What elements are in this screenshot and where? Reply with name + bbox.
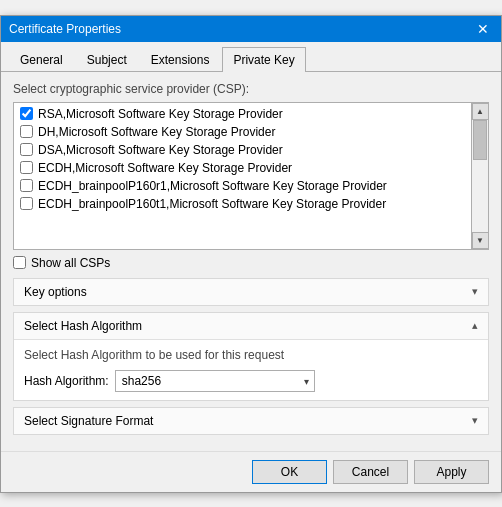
csp-checkbox-4[interactable] bbox=[20, 179, 33, 192]
hash-label: Hash Algorithm: bbox=[24, 374, 109, 388]
hash-row: Hash Algorithm: sha256 sha1 sha384 sha51… bbox=[24, 370, 478, 392]
show-all-csps-row: Show all CSPs bbox=[13, 256, 489, 270]
cancel-button[interactable]: Cancel bbox=[333, 460, 408, 484]
list-item[interactable]: RSA,Microsoft Software Key Storage Provi… bbox=[14, 105, 471, 123]
certificate-properties-dialog: Certificate Properties ✕ General Subject… bbox=[0, 15, 502, 493]
signature-format-section: Select Signature Format ▾ bbox=[13, 407, 489, 435]
tab-extensions[interactable]: Extensions bbox=[140, 47, 221, 72]
hash-select-wrapper: sha256 sha1 sha384 sha512 ▾ bbox=[115, 370, 315, 392]
hash-description: Select Hash Algorithm to be used for thi… bbox=[24, 348, 478, 362]
signature-format-label: Select Signature Format bbox=[24, 414, 153, 428]
csp-list-container: RSA,Microsoft Software Key Storage Provi… bbox=[13, 102, 489, 250]
scroll-down-button[interactable]: ▼ bbox=[472, 232, 489, 249]
show-all-csps-checkbox[interactable] bbox=[13, 256, 26, 269]
csp-checkbox-3[interactable] bbox=[20, 161, 33, 174]
scroll-thumb[interactable] bbox=[473, 120, 487, 160]
list-item[interactable]: DSA,Microsoft Software Key Storage Provi… bbox=[14, 141, 471, 159]
signature-format-header[interactable]: Select Signature Format ▾ bbox=[14, 408, 488, 434]
tab-content: Select cryptographic service provider (C… bbox=[1, 72, 501, 451]
csp-section-label: Select cryptographic service provider (C… bbox=[13, 82, 489, 96]
dialog-footer: OK Cancel Apply bbox=[1, 451, 501, 492]
csp-item-label-0: RSA,Microsoft Software Key Storage Provi… bbox=[38, 107, 283, 121]
ok-button[interactable]: OK bbox=[252, 460, 327, 484]
csp-item-label-1: DH,Microsoft Software Key Storage Provid… bbox=[38, 125, 275, 139]
title-bar: Certificate Properties ✕ bbox=[1, 16, 501, 42]
csp-item-label-2: DSA,Microsoft Software Key Storage Provi… bbox=[38, 143, 283, 157]
csp-item-label-5: ECDH_brainpoolP160t1,Microsoft Software … bbox=[38, 197, 386, 211]
signature-format-chevron: ▾ bbox=[472, 414, 478, 427]
hash-algorithm-body: Select Hash Algorithm to be used for thi… bbox=[14, 339, 488, 400]
key-options-chevron: ▾ bbox=[472, 285, 478, 298]
csp-item-label-4: ECDH_brainpoolP160r1,Microsoft Software … bbox=[38, 179, 387, 193]
csp-scrollbar[interactable]: ▲ ▼ bbox=[471, 103, 488, 249]
key-options-section: Key options ▾ bbox=[13, 278, 489, 306]
hash-algorithm-label: Select Hash Algorithm bbox=[24, 319, 142, 333]
hash-algorithm-select[interactable]: sha256 sha1 sha384 sha512 bbox=[115, 370, 315, 392]
hash-algorithm-chevron: ▴ bbox=[472, 319, 478, 332]
scroll-track bbox=[472, 120, 488, 232]
apply-button[interactable]: Apply bbox=[414, 460, 489, 484]
hash-algorithm-header[interactable]: Select Hash Algorithm ▴ bbox=[14, 313, 488, 339]
csp-item-label-3: ECDH,Microsoft Software Key Storage Prov… bbox=[38, 161, 292, 175]
tab-private-key[interactable]: Private Key bbox=[222, 47, 305, 72]
tab-general[interactable]: General bbox=[9, 47, 74, 72]
tab-subject[interactable]: Subject bbox=[76, 47, 138, 72]
key-options-header[interactable]: Key options ▾ bbox=[14, 279, 488, 305]
list-item[interactable]: ECDH,Microsoft Software Key Storage Prov… bbox=[14, 159, 471, 177]
list-item[interactable]: DH,Microsoft Software Key Storage Provid… bbox=[14, 123, 471, 141]
key-options-label: Key options bbox=[24, 285, 87, 299]
csp-checkbox-5[interactable] bbox=[20, 197, 33, 210]
hash-algorithm-section: Select Hash Algorithm ▴ Select Hash Algo… bbox=[13, 312, 489, 401]
csp-checkbox-0[interactable] bbox=[20, 107, 33, 120]
close-button[interactable]: ✕ bbox=[473, 22, 493, 36]
dialog-title: Certificate Properties bbox=[9, 22, 121, 36]
csp-checkbox-2[interactable] bbox=[20, 143, 33, 156]
csp-checkbox-1[interactable] bbox=[20, 125, 33, 138]
list-item[interactable]: ECDH_brainpoolP160r1,Microsoft Software … bbox=[14, 177, 471, 195]
show-all-csps-label: Show all CSPs bbox=[31, 256, 110, 270]
list-item[interactable]: ECDH_brainpoolP160t1,Microsoft Software … bbox=[14, 195, 471, 213]
csp-list: RSA,Microsoft Software Key Storage Provi… bbox=[14, 103, 471, 249]
tab-bar: General Subject Extensions Private Key bbox=[1, 42, 501, 72]
scroll-up-button[interactable]: ▲ bbox=[472, 103, 489, 120]
